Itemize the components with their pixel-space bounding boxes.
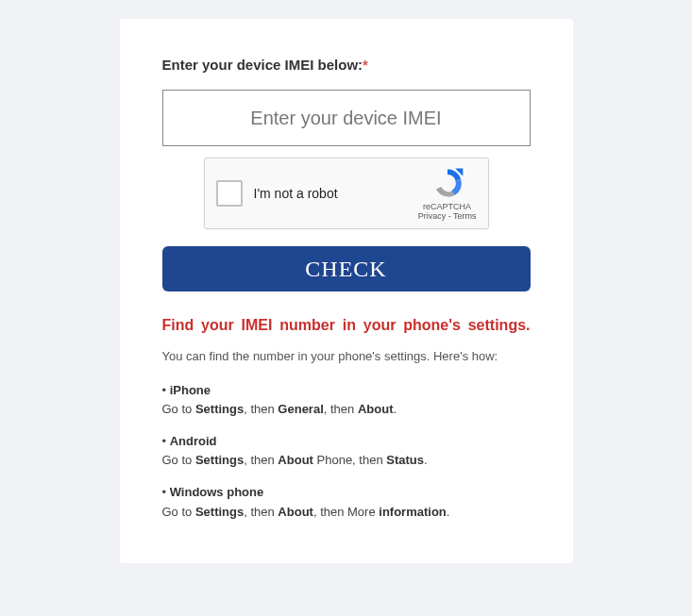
recaptcha-checkbox[interactable] — [216, 180, 243, 207]
platform-name: Windows phone — [170, 485, 264, 499]
platform-steps: Go to Settings, then About, then More in… — [162, 505, 450, 519]
check-button[interactable]: CHECK — [162, 246, 531, 291]
recaptcha-widget: I'm not a robot reCAPTCHA Privacy - Term… — [204, 158, 489, 229]
recaptcha-container: I'm not a robot reCAPTCHA Privacy - Term… — [162, 158, 531, 229]
platform-steps: Go to Settings, then General, then About… — [162, 402, 397, 416]
recaptcha-privacy-link[interactable]: Privacy — [418, 211, 447, 221]
required-mark: * — [363, 57, 368, 73]
instructions-intro: You can find the number in your phone's … — [162, 347, 531, 366]
platform-iphone: • iPhone Go to Settings, then General, t… — [162, 381, 531, 419]
label-text: Enter your device IMEI below: — [162, 57, 363, 73]
recaptcha-branding: reCAPTCHA Privacy - Terms — [418, 166, 477, 221]
imei-check-card: Enter your device IMEI below:* I'm not a… — [120, 19, 573, 563]
platform-android: • Android Go to Settings, then About Pho… — [162, 432, 531, 470]
platform-windows: • Windows phone Go to Settings, then Abo… — [162, 483, 531, 521]
recaptcha-brand-text: reCAPTCHA — [418, 202, 477, 211]
imei-input[interactable] — [162, 90, 531, 146]
recaptcha-icon — [429, 166, 466, 200]
instructions-heading: Find your IMEI number in your phone's se… — [162, 315, 531, 336]
recaptcha-label: I'm not a robot — [254, 186, 418, 201]
recaptcha-sep: - — [446, 211, 453, 221]
imei-field-label: Enter your device IMEI below:* — [162, 57, 531, 73]
recaptcha-terms-link[interactable]: Terms — [453, 211, 477, 221]
platform-name: Android — [170, 434, 217, 448]
platform-steps: Go to Settings, then About Phone, then S… — [162, 453, 428, 467]
platform-name: iPhone — [170, 383, 211, 397]
recaptcha-links: Privacy - Terms — [418, 211, 477, 221]
